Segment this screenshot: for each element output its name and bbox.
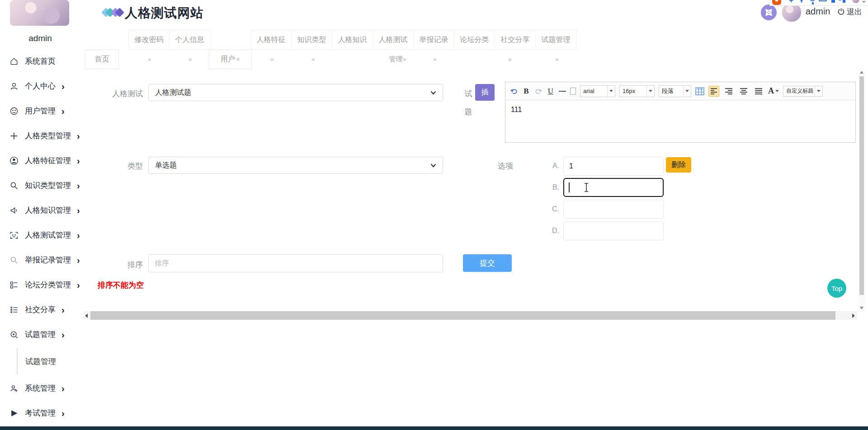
sidebar-item-personality-trait[interactable]: 人格特征管理 › bbox=[0, 148, 83, 173]
scroll-left-icon[interactable] bbox=[85, 313, 88, 318]
editor-content[interactable]: 111 bbox=[505, 100, 855, 119]
insert-button[interactable]: 插 bbox=[475, 84, 495, 101]
personality-test-select[interactable]: 人格测试题 bbox=[148, 84, 443, 101]
recorder-logo-icon[interactable] bbox=[772, 0, 781, 5]
person-filled-icon bbox=[9, 156, 19, 166]
scroll-down-icon[interactable] bbox=[860, 307, 863, 309]
align-justify-button[interactable] bbox=[753, 86, 764, 97]
page-tab-close[interactable]: × bbox=[265, 50, 279, 69]
logout-button[interactable]: 退出 bbox=[847, 7, 862, 17]
fullscreen-button[interactable] bbox=[761, 5, 777, 20]
sidebar-item-user-management[interactable]: 用户管理 › bbox=[0, 98, 83, 123]
type-select[interactable]: 单选题 bbox=[148, 157, 443, 174]
undo-icon[interactable] bbox=[510, 86, 518, 97]
tab-social-share[interactable]: 社交分享 bbox=[495, 30, 536, 50]
plus-icon bbox=[9, 131, 19, 141]
sidebar-item-personal-center[interactable]: 个人中心 › bbox=[0, 74, 83, 98]
tab-question-management[interactable]: 试题管理 bbox=[535, 30, 576, 50]
search-light-icon bbox=[9, 255, 19, 265]
vertical-scrollbar[interactable] bbox=[859, 69, 865, 311]
tab-report-record[interactable]: 举报记录 bbox=[413, 30, 454, 50]
option-d-input[interactable] bbox=[563, 221, 664, 240]
sidebar-item-forum-category[interactable]: 论坛分类管理 › bbox=[0, 272, 83, 297]
chevron-right-icon: › bbox=[77, 256, 80, 265]
dots-icon[interactable] bbox=[839, 0, 846, 3]
chevron-right-icon: › bbox=[61, 384, 65, 393]
move-icon[interactable]: + bbox=[789, 0, 795, 4]
block-icon[interactable] bbox=[831, 0, 835, 3]
font-size-select[interactable]: 16px bbox=[619, 85, 655, 97]
align-center-button[interactable] bbox=[738, 86, 749, 97]
page-tab-close[interactable]: × bbox=[503, 50, 517, 69]
home-icon bbox=[9, 56, 19, 66]
sidebar-avatar bbox=[10, 0, 69, 26]
pen-icon[interactable] bbox=[799, 0, 804, 3]
sidebar-item-knowledge-type[interactable]: 知识类型管理 › bbox=[0, 173, 83, 198]
sidebar-item-question-management[interactable]: 试题管理 › bbox=[0, 322, 83, 347]
delete-option-button[interactable]: 删除 bbox=[666, 157, 691, 173]
back-to-top-button[interactable]: Top bbox=[827, 279, 846, 298]
tab-forum-category[interactable]: 论坛分类 bbox=[454, 30, 495, 50]
scroll-up-icon[interactable] bbox=[860, 71, 863, 74]
sidebar-item-report-record[interactable]: 举报记录管理 › bbox=[0, 248, 83, 272]
font-color-button[interactable]: A bbox=[768, 86, 779, 96]
close-icon[interactable]: × bbox=[236, 56, 240, 64]
sidebar-username: admin bbox=[0, 33, 80, 43]
bold-button[interactable]: B bbox=[522, 86, 530, 97]
bulb-icon[interactable] bbox=[810, 0, 815, 1]
page-tab-close[interactable]: × bbox=[307, 50, 320, 69]
sidebar-item-personality-knowledge[interactable]: 人格知识管理 › bbox=[0, 198, 83, 223]
page-tab-close[interactable]: × bbox=[143, 50, 156, 69]
tab-knowledge-type[interactable]: 知识类型 bbox=[291, 30, 332, 50]
tab-personality-test[interactable]: 人格测试 bbox=[373, 30, 414, 50]
table-icon[interactable] bbox=[695, 86, 704, 97]
sidebar-item-exam-management[interactable]: 考试管理 › bbox=[0, 401, 83, 425]
page-title: 人格测试网站 bbox=[125, 5, 203, 22]
page-tab-user[interactable]: 用户 × bbox=[209, 50, 252, 69]
page-tab-home[interactable]: 首页 bbox=[85, 50, 119, 69]
align-right-button[interactable] bbox=[723, 86, 734, 97]
face-scan-icon bbox=[9, 230, 19, 240]
tab-personal-info[interactable]: 个人信息 bbox=[169, 30, 210, 50]
redo-icon[interactable] bbox=[534, 86, 542, 97]
option-a-input[interactable] bbox=[563, 157, 664, 176]
close-icon[interactable]: × bbox=[403, 56, 407, 63]
sidebar-item-personality-type[interactable]: 人格类型管理 › bbox=[0, 123, 83, 148]
tab-personality-trait[interactable]: 人格特征 bbox=[250, 30, 292, 50]
page-tab-manage[interactable]: 管理 × bbox=[380, 50, 416, 69]
sidebar-menu: 系统首页 个人中心 › 用户管理 › 人格类型管理 › 人格特征管理 › 知识类… bbox=[0, 49, 83, 425]
sidebar-item-system-management[interactable]: 系统管理 › bbox=[0, 376, 83, 401]
vertical-scroll-thumb[interactable] bbox=[859, 76, 864, 295]
document-icon[interactable] bbox=[570, 88, 576, 95]
page-tab-close[interactable]: × bbox=[550, 50, 564, 69]
paragraph-select[interactable]: 段落 bbox=[659, 85, 691, 97]
option-c-input[interactable] bbox=[563, 200, 664, 219]
dropdown-arrow-icon bbox=[815, 86, 822, 96]
question-label: 试题 bbox=[463, 85, 474, 121]
page-tab-close[interactable]: × bbox=[428, 50, 442, 69]
option-letter-c: C. bbox=[538, 205, 559, 213]
page-tab-close[interactable]: × bbox=[184, 50, 197, 69]
rich-text-editor: B U arial 16px 段落 A 自定义标题 bbox=[505, 82, 856, 143]
font-family-select[interactable]: arial bbox=[580, 85, 615, 97]
underline-button[interactable]: U bbox=[547, 86, 555, 97]
tab-change-password[interactable]: 修改密码 bbox=[128, 30, 170, 50]
sort-input[interactable] bbox=[148, 254, 443, 272]
scroll-right-icon[interactable] bbox=[852, 313, 855, 318]
sidebar-item-system-home[interactable]: 系统首页 bbox=[0, 49, 83, 74]
sidebar-item-personality-test[interactable]: 人格测试管理 › bbox=[0, 223, 83, 248]
sidebar-item-social-share[interactable]: 社交分享 › bbox=[0, 297, 83, 322]
dropdown-arrow-icon bbox=[607, 86, 615, 97]
horizontal-scroll-thumb[interactable] bbox=[90, 311, 835, 320]
sidebar-subitem-question-management[interactable]: 试题管理 bbox=[0, 347, 83, 376]
keyboard-icon[interactable] bbox=[819, 0, 827, 1]
submit-button[interactable]: 提交 bbox=[463, 254, 512, 272]
overlay-caret-icon[interactable] bbox=[862, 1, 866, 3]
overlay-avatar[interactable] bbox=[852, 0, 859, 3]
tab-personality-knowledge[interactable]: 人格知识 bbox=[332, 30, 373, 50]
horizontal-scrollbar[interactable] bbox=[83, 311, 857, 320]
option-b-input[interactable] bbox=[563, 178, 664, 197]
horizontal-rule-icon[interactable] bbox=[559, 91, 566, 92]
align-left-button[interactable] bbox=[708, 86, 719, 97]
custom-title-select[interactable]: 自定义标题 bbox=[783, 86, 823, 97]
